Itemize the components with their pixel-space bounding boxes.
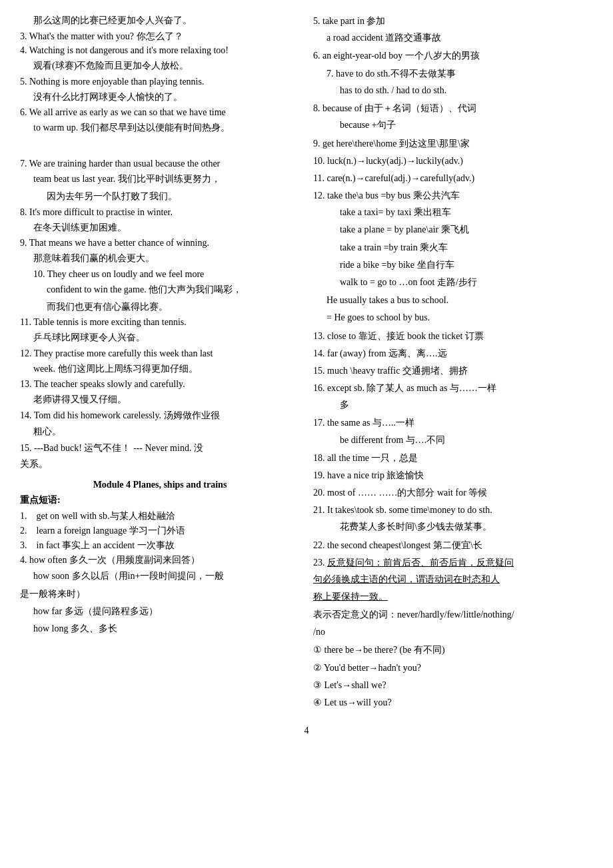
- item-num: ④: [313, 697, 324, 707]
- kp-1: 1. get on well with sb.与某人相处融洽: [20, 510, 300, 522]
- item-num: 21.: [313, 505, 327, 515]
- left-item-1: 3. What's the matter with you? 你怎么了？: [20, 31, 300, 43]
- item-num: 8.: [313, 103, 322, 113]
- right-item-14: ride a bike =by bike 坐自行车: [313, 258, 593, 272]
- kp-num: 1.: [20, 511, 37, 521]
- right-item-24: be different from 与….不同: [313, 433, 593, 448]
- left-item-7: to warm up. 我们都尽早到达以便能有时间热身。: [20, 121, 300, 135]
- kp-num: 4.: [20, 555, 29, 565]
- item-num: 10.: [33, 269, 47, 279]
- item-num: ③: [313, 680, 324, 690]
- left-item-16: 10. They cheer us on loudly and we feel …: [20, 269, 300, 280]
- item-num: 14.: [313, 348, 327, 358]
- right-column: 5. take part in 参加 a road accident 道路交通事…: [313, 13, 593, 712]
- left-item-18: 而我们也更有信心赢得比赛。: [20, 300, 300, 314]
- right-item-8: 10. luck(n.)→lucky(adj.)→luckily(adv.): [313, 153, 593, 169]
- right-item-5: 8. because of 由于＋名词（短语）、代词: [313, 101, 593, 116]
- left-item-10: team beat us last year. 我们比平时训练更努力，: [20, 172, 300, 187]
- right-item-21: 16. except sb. 除了某人 as much as 与……一样: [313, 380, 593, 396]
- right-item-2: 6. an eight-year-old boy 一个八岁大的男孩: [313, 48, 593, 63]
- item-num: 10.: [313, 156, 327, 166]
- kp-4d: how far 多远（提问路程多远）: [20, 604, 300, 619]
- kp-3: 3. in fact 事实上 an accident 一次事故: [20, 540, 300, 552]
- item-num: 5.: [313, 16, 322, 26]
- item-num: 9.: [20, 238, 29, 248]
- right-item-22: 多: [313, 398, 593, 412]
- right-item-16: He usually takes a bus to school.: [313, 293, 593, 308]
- left-item-15: 那意味着我们赢的机会更大。: [20, 251, 300, 266]
- kp-num: 2.: [20, 526, 37, 536]
- left-item-27: 15. ---Bad buck! 运气不佳！ --- Never mind. 没: [20, 442, 300, 454]
- kp-4e: how long 多久、多长: [20, 622, 300, 636]
- right-item-27: 20. most of …… ……的大部分 wait for 等候: [313, 485, 593, 500]
- item-num: 11.: [313, 173, 326, 183]
- right-item-25: 18. all the time 一只，总是: [313, 450, 593, 466]
- left-item-3: 观看(球赛)不危险而且更加令人放松。: [20, 59, 300, 73]
- right-item-18: 13. close to 靠近、接近 book the ticket 订票: [313, 328, 593, 344]
- right-item-11: take a taxi= by taxi 乘出租车: [313, 205, 593, 220]
- right-item-6: because +句子: [313, 118, 593, 133]
- key-phrases-title: 重点短语:: [20, 494, 300, 506]
- right-item-23: 17. the same as 与…..一样: [313, 415, 593, 430]
- item-num: 16.: [313, 383, 327, 393]
- left-item-4: 5. Nothing is more enjoyable than playin…: [20, 77, 300, 87]
- item-num: 7.: [20, 159, 29, 169]
- right-item-19: 14. far (away) from 远离、离….远: [313, 346, 593, 361]
- right-item-31: 23. 反意疑问句：前肯后否、前否后肯，反意疑问: [313, 555, 593, 570]
- item-num: 15.: [20, 443, 34, 453]
- left-item-13: 在冬天训练更加困难。: [20, 220, 300, 235]
- left-item-11: 因为去年另一个队打败了我们。: [20, 189, 300, 204]
- item-num: 17.: [313, 418, 327, 428]
- left-item-28: 关系。: [20, 457, 300, 472]
- right-item-13: take a train =by train 乘火车: [313, 240, 593, 255]
- item-num: ②: [313, 663, 324, 673]
- item-num: 8.: [20, 207, 29, 217]
- right-item-10: 12. take the\a bus =by bus 乘公共汽车: [313, 188, 593, 203]
- kp-4b: how soon 多久以后（用in+一段时间提问，一般: [20, 569, 300, 584]
- right-item-29: 花费某人多长时间\多少钱去做某事。: [313, 520, 593, 534]
- right-item-30: 22. the second cheapest\longest 第二便宜\长: [313, 538, 593, 553]
- item-num: 18.: [313, 453, 327, 463]
- right-item-15: walk to = go to …on foot 走路/步行: [313, 275, 593, 290]
- item-num: 13.: [313, 331, 327, 341]
- item-num: 19.: [313, 470, 327, 480]
- right-item-32: 句必须换成主语的代词，谓语动词在时态和人: [313, 572, 593, 587]
- left-item-23: 13. The teacher speaks slowly and carefu…: [20, 379, 300, 390]
- item-num: ①: [313, 645, 324, 655]
- left-item-9: 7. We are training harder than usual bec…: [20, 159, 300, 169]
- item-num: 3.: [20, 31, 29, 41]
- item-num: 12.: [313, 191, 327, 201]
- right-item-12: take a plane = by plane\air 乘飞机: [313, 222, 593, 237]
- kp-num: 3.: [20, 540, 37, 550]
- right-item-38: ③ Let's→shall we?: [313, 677, 593, 693]
- right-item-20: 15. much \heavy traffic 交通拥堵、拥挤: [313, 363, 593, 378]
- right-item-17: = He goes to school by bus.: [313, 310, 593, 325]
- item-num: 22.: [313, 540, 327, 550]
- right-item-26: 19. have a nice trip 旅途愉快: [313, 468, 593, 483]
- item-num: 5.: [20, 77, 29, 87]
- left-item-26: 粗心。: [20, 424, 300, 439]
- right-item-7: 9. get here\there\home 到达这里\那里\家: [313, 136, 593, 151]
- page-number: 4: [20, 725, 593, 736]
- right-item-33: 称上要保持一致。: [313, 590, 593, 604]
- item-num: 23.: [313, 558, 327, 568]
- left-item-19: 11. Table tennis is more exciting than t…: [20, 317, 300, 328]
- item-num: 12.: [20, 348, 34, 358]
- right-item-34: 表示否定意义的词：never/hardly/few/little/nothing…: [313, 608, 593, 622]
- left-item-20: 乒乓球比网球更令人兴奋。: [20, 330, 300, 345]
- right-item-0: 5. take part in 参加: [313, 13, 593, 29]
- left-item-12: 8. It's more difficult to practise in wi…: [20, 207, 300, 218]
- left-item-22: week. 他们这周比上周练习得更加仔细。: [20, 362, 300, 376]
- kp-4: 4. how often 多久一次（用频度副词来回答）: [20, 554, 300, 566]
- item-num: 6.: [20, 107, 29, 117]
- item-num: 6.: [313, 51, 322, 61]
- left-item-17: confident to win the game. 他们大声为我们喝彩，: [20, 282, 300, 297]
- item-num: 20.: [313, 488, 327, 498]
- right-item-4: has to do sth. / had to do sth.: [313, 83, 593, 98]
- right-item-28: 21. It takes\took sb. some time\money to…: [313, 502, 593, 518]
- kp-2: 2. learn a foreign language 学习一门外语: [20, 525, 300, 537]
- left-item-21: 12. They practise more carefully this we…: [20, 348, 300, 359]
- left-item-6: 6. We all arrive as early as we can so t…: [20, 107, 300, 118]
- item-num: 15.: [313, 366, 327, 376]
- item-num: 14.: [20, 410, 34, 420]
